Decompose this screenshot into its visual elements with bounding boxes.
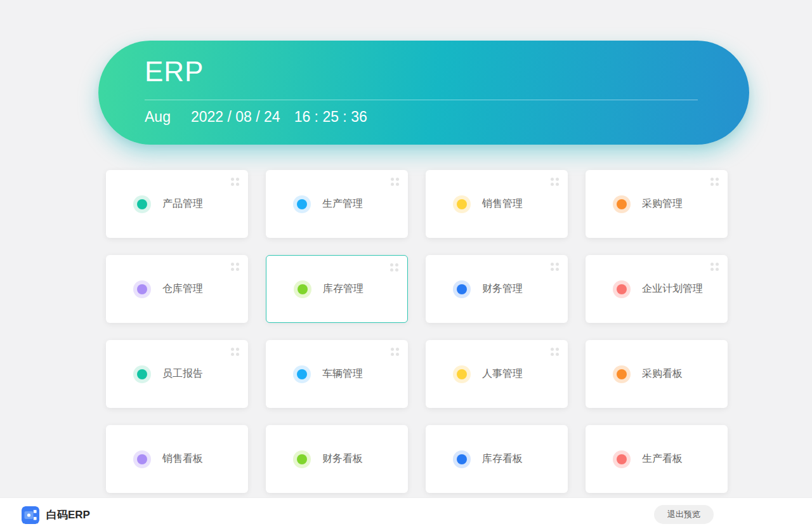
- module-card[interactable]: 产品管理: [106, 170, 248, 238]
- module-label: 采购看板: [642, 367, 683, 381]
- module-color-dot-icon: [137, 199, 147, 209]
- module-color-dot-icon: [137, 454, 147, 464]
- banner-date: 2022 / 08 / 24: [191, 108, 280, 126]
- drag-handle-icon[interactable]: [390, 263, 398, 272]
- module-card[interactable]: 员工报告: [106, 340, 248, 408]
- module-label: 销售管理: [482, 197, 523, 211]
- brand-logo-icon: [22, 506, 39, 524]
- module-label: 产品管理: [162, 197, 203, 211]
- module-dot-halo: [133, 195, 151, 213]
- module-card[interactable]: 财务管理: [426, 255, 568, 323]
- module-dot-halo: [133, 280, 151, 298]
- drag-handle-icon[interactable]: [551, 348, 559, 356]
- drag-handle-icon[interactable]: [231, 348, 239, 356]
- module-dot-halo: [453, 450, 471, 468]
- drag-handle-icon[interactable]: [551, 263, 559, 271]
- module-dot-halo: [293, 195, 311, 213]
- module-color-dot-icon: [137, 369, 147, 379]
- module-label: 库存管理: [323, 282, 363, 296]
- drag-handle-icon[interactable]: [710, 178, 719, 186]
- module-label: 企业计划管理: [642, 282, 703, 296]
- module-dot-halo: [613, 195, 631, 213]
- drag-handle-icon[interactable]: [391, 348, 399, 356]
- module-card[interactable]: 生产管理: [266, 170, 408, 238]
- module-card[interactable]: 库存看板: [426, 425, 568, 493]
- module-dot-halo: [613, 450, 631, 468]
- drag-handle-icon[interactable]: [231, 263, 239, 271]
- exit-preview-button[interactable]: 退出预览: [654, 505, 714, 524]
- module-card[interactable]: 生产看板: [586, 425, 728, 493]
- module-label: 车辆管理: [322, 367, 363, 381]
- banner-datetime: Aug 2022 / 08 / 24 16 : 25 : 36: [145, 108, 749, 126]
- module-label: 生产管理: [322, 197, 363, 211]
- module-card[interactable]: 企业计划管理: [586, 255, 728, 323]
- module-color-dot-icon: [298, 284, 308, 294]
- module-dot-halo: [453, 195, 471, 213]
- module-card[interactable]: 人事管理: [426, 340, 568, 408]
- drag-handle-icon[interactable]: [710, 263, 719, 271]
- module-color-dot-icon: [297, 369, 307, 379]
- module-dot-halo: [133, 450, 151, 468]
- module-color-dot-icon: [617, 454, 627, 464]
- module-dot-halo: [293, 450, 311, 468]
- module-card[interactable]: 采购看板: [586, 340, 728, 408]
- brand: 白码ERP: [22, 498, 90, 531]
- drag-handle-icon[interactable]: [231, 178, 239, 186]
- module-label: 人事管理: [482, 367, 523, 381]
- module-color-dot-icon: [457, 199, 467, 209]
- module-label: 仓库管理: [162, 282, 203, 296]
- module-dot-halo: [293, 365, 311, 383]
- module-label: 财务看板: [322, 452, 363, 466]
- banner: ERP Aug 2022 / 08 / 24 16 : 25 : 36: [98, 41, 749, 145]
- drag-handle-icon[interactable]: [391, 178, 399, 186]
- module-card[interactable]: 库存管理: [266, 255, 408, 323]
- module-card[interactable]: 仓库管理: [106, 255, 248, 323]
- module-card[interactable]: 采购管理: [586, 170, 728, 238]
- footer-bar: 白码ERP 退出预览: [0, 497, 812, 531]
- banner-month: Aug: [145, 108, 171, 126]
- module-dot-halo: [294, 280, 311, 298]
- module-color-dot-icon: [457, 454, 467, 464]
- module-label: 采购管理: [642, 197, 683, 211]
- module-label: 财务管理: [482, 282, 523, 296]
- banner-time: 16 : 25 : 36: [294, 108, 367, 126]
- module-card[interactable]: 财务看板: [266, 425, 408, 493]
- module-color-dot-icon: [617, 284, 627, 294]
- module-dot-halo: [453, 365, 471, 383]
- drag-handle-icon[interactable]: [551, 178, 559, 186]
- module-label: 销售看板: [162, 452, 203, 466]
- module-color-dot-icon: [297, 454, 307, 464]
- module-color-dot-icon: [617, 369, 627, 379]
- module-card[interactable]: 销售管理: [426, 170, 568, 238]
- module-dot-halo: [613, 365, 631, 383]
- module-label: 生产看板: [642, 452, 683, 466]
- module-card[interactable]: 销售看板: [106, 425, 248, 493]
- module-color-dot-icon: [457, 369, 467, 379]
- module-color-dot-icon: [137, 284, 147, 294]
- module-dot-halo: [453, 280, 471, 298]
- module-dot-halo: [613, 280, 631, 298]
- module-color-dot-icon: [297, 199, 307, 209]
- page: ERP Aug 2022 / 08 / 24 16 : 25 : 36 产品管理…: [0, 0, 812, 531]
- module-dot-halo: [133, 365, 151, 383]
- module-color-dot-icon: [457, 284, 467, 294]
- module-label: 员工报告: [162, 367, 203, 381]
- module-grid: 产品管理 生产管理 销售管理 采购管理: [106, 170, 728, 493]
- module-card[interactable]: 车辆管理: [266, 340, 408, 408]
- module-color-dot-icon: [617, 199, 627, 209]
- banner-content: ERP Aug 2022 / 08 / 24 16 : 25 : 36: [98, 41, 749, 126]
- module-label: 库存看板: [482, 452, 523, 466]
- page-title: ERP: [145, 56, 749, 88]
- brand-name: 白码ERP: [46, 508, 90, 522]
- banner-divider: [145, 100, 698, 100]
